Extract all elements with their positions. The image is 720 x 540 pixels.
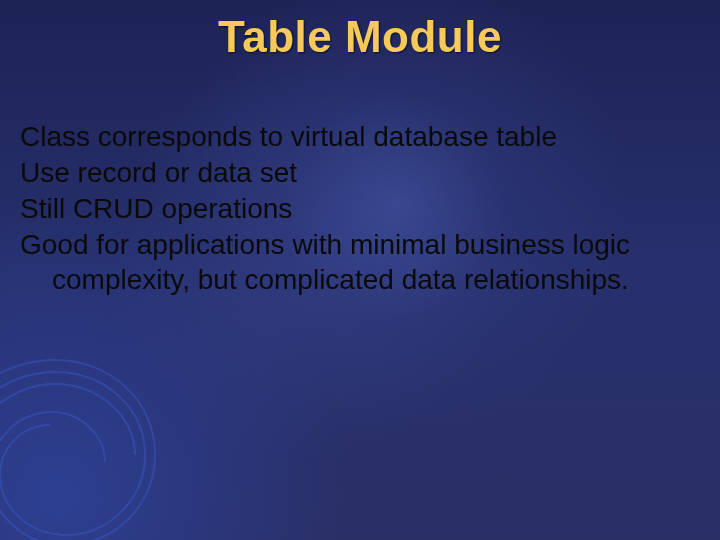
bullet-item: Class corresponds to virtual database ta… <box>20 120 690 154</box>
bullet-item: Good for applications with minimal busin… <box>20 228 690 296</box>
bullet-item: Still CRUD operations <box>20 192 690 226</box>
slide-body: Class corresponds to virtual database ta… <box>20 120 690 299</box>
swirl-decoration <box>0 340 190 540</box>
slide: Table Module Class corresponds to virtua… <box>0 0 720 540</box>
slide-title: Table Module <box>0 12 720 62</box>
bullet-item: Use record or data set <box>20 156 690 190</box>
